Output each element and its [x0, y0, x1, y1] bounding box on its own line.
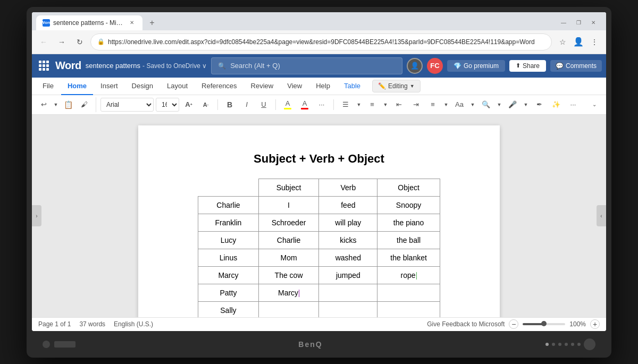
bookmark-button[interactable]: ☆ [555, 35, 570, 49]
more-formatting-button[interactable]: ··· [314, 97, 329, 112]
menu-button[interactable]: ⋮ [587, 35, 602, 49]
zoom-out-button[interactable]: − [509, 319, 518, 329]
bold-button[interactable]: B [222, 97, 237, 112]
increase-font-button[interactable]: A+ [181, 97, 196, 112]
list-number-button[interactable]: ≡ [365, 97, 380, 112]
font-family-selector[interactable]: Arial [100, 98, 154, 112]
monitor-power-button[interactable] [43, 341, 50, 348]
comments-button[interactable]: 💬 Comments [550, 60, 602, 72]
italic-button[interactable]: I [239, 97, 254, 112]
find-replace-button[interactable]: 🔍 [478, 97, 493, 112]
font-color-button[interactable]: A [297, 97, 312, 112]
rewrite-button[interactable]: ✨ [549, 97, 564, 112]
tab-layout[interactable]: Layout [161, 78, 194, 95]
back-button[interactable]: ← [36, 35, 51, 49]
row-verb-franklin[interactable]: will play [319, 214, 377, 231]
row-subject-patty[interactable]: Marcy [258, 284, 319, 301]
profile-button[interactable]: 👤 [571, 35, 586, 49]
row-object-franklin[interactable]: the piano [377, 214, 440, 231]
left-panel-collapse[interactable]: › [32, 205, 41, 226]
row-object-sally[interactable] [377, 302, 440, 317]
feedback-link[interactable]: Give Feedback to Microsoft [427, 320, 505, 328]
apps-grid-icon[interactable] [36, 58, 51, 73]
decrease-font-button[interactable]: A- [198, 97, 213, 112]
list-number-dropdown[interactable]: ▼ [382, 97, 389, 112]
style-dropdown[interactable]: ▼ [469, 97, 476, 112]
tab-table[interactable]: Table [338, 78, 367, 95]
minimize-button[interactable]: — [557, 16, 570, 29]
undo-dropdown[interactable]: ▼ [52, 97, 60, 112]
row-name-lucy[interactable]: Lucy [198, 231, 259, 249]
monitor-menu-buttons[interactable] [54, 341, 75, 348]
new-tab-button[interactable]: + [145, 15, 160, 30]
more-options-button[interactable]: ··· [566, 97, 581, 112]
forward-button[interactable]: → [54, 35, 69, 49]
row-verb-lucy[interactable]: kicks [319, 231, 377, 249]
find-dropdown[interactable]: ▼ [496, 97, 503, 112]
row-object-lucy[interactable]: the ball [377, 231, 440, 249]
zoom-slider[interactable] [523, 323, 565, 325]
align-button[interactable]: ≡ [425, 97, 440, 112]
profile-icon[interactable]: 👤 [407, 58, 423, 74]
format-painter-button[interactable]: 🖌 [77, 97, 91, 112]
list-bullet-dropdown[interactable]: ▼ [355, 97, 363, 112]
refresh-button[interactable]: ↻ [72, 35, 87, 49]
user-avatar[interactable]: FC [427, 58, 443, 74]
row-name-sally[interactable]: Sally [198, 302, 259, 317]
tab-references[interactable]: References [195, 78, 243, 95]
tab-insert[interactable]: Insert [94, 78, 124, 95]
row-object-patty[interactable] [377, 284, 440, 301]
row-verb-marcy[interactable]: jumped [319, 266, 377, 284]
row-verb-linus[interactable]: washed [319, 249, 377, 266]
tab-home[interactable]: Home [61, 78, 93, 95]
close-button[interactable]: ✕ [587, 16, 600, 29]
align-dropdown[interactable]: ▼ [442, 97, 450, 112]
row-subject-lucy[interactable]: Charlie [258, 231, 319, 249]
tab-design[interactable]: Design [125, 78, 160, 95]
editor-button[interactable]: ✒ [532, 97, 547, 112]
tab-file[interactable]: File [36, 78, 60, 95]
row-name-franklin[interactable]: Franklin [198, 214, 259, 231]
share-button[interactable]: ⬆ Share [509, 60, 546, 72]
tab-help[interactable]: Help [309, 78, 337, 95]
right-panel-collapse[interactable]: ‹ [597, 205, 606, 226]
word-search-box[interactable]: 🔍 Search (Alt + Q) [211, 57, 402, 74]
go-premium-button[interactable]: 💎 Go premium [447, 60, 505, 72]
address-bar[interactable]: 🔒 https://onedrive.live.com/edit.aspx?ci… [90, 33, 552, 50]
dictate-dropdown[interactable]: ▼ [522, 97, 530, 112]
row-subject-marcy[interactable]: The cow [258, 266, 319, 284]
row-object-charlie1[interactable]: Snoopy [377, 196, 440, 214]
highlight-color-button[interactable]: A [280, 97, 295, 112]
zoom-in-button[interactable]: + [590, 319, 600, 329]
row-name-linus[interactable]: Linus [198, 249, 259, 266]
row-subject-sally[interactable] [258, 302, 319, 317]
row-verb-charlie1[interactable]: feed [319, 196, 377, 214]
list-bullet-button[interactable]: ☰ [338, 97, 353, 112]
row-subject-franklin[interactable]: Schroeder [258, 214, 319, 231]
row-verb-sally[interactable] [319, 302, 377, 317]
restore-button[interactable]: ❐ [572, 16, 585, 29]
tab-close-button[interactable]: ✕ [128, 19, 136, 27]
monitor-joystick[interactable] [584, 338, 595, 350]
decrease-indent-button[interactable]: ⇤ [391, 97, 406, 112]
browser-tab[interactable]: Word sentence patterns - Micros… ✕ [36, 15, 142, 30]
row-subject-charlie1[interactable]: I [258, 196, 319, 214]
row-object-linus[interactable]: the blanket [377, 249, 440, 266]
row-subject-linus[interactable]: Mom [258, 249, 319, 266]
style-button[interactable]: Aa [452, 97, 467, 112]
increase-indent-button[interactable]: ⇥ [408, 97, 423, 112]
undo-button[interactable]: ↩ [36, 97, 51, 112]
row-name-charlie1[interactable]: Charlie [198, 196, 259, 214]
row-name-marcy[interactable]: Marcy [198, 266, 259, 284]
collapse-ribbon-button[interactable]: ⌄ [587, 97, 602, 112]
dictate-button[interactable]: 🎤 [505, 97, 520, 112]
row-object-marcy[interactable]: rope [377, 266, 440, 284]
tab-view[interactable]: View [281, 78, 308, 95]
row-verb-patty[interactable] [319, 284, 377, 301]
tab-review[interactable]: Review [245, 78, 280, 95]
underline-button[interactable]: U [256, 97, 271, 112]
editing-mode-button[interactable]: ✏️ Editing ▼ [372, 80, 421, 92]
font-size-selector[interactable]: 16 [156, 98, 179, 112]
row-name-patty[interactable]: Patty [198, 284, 259, 301]
clipboard-button[interactable]: 📋 [61, 97, 75, 112]
